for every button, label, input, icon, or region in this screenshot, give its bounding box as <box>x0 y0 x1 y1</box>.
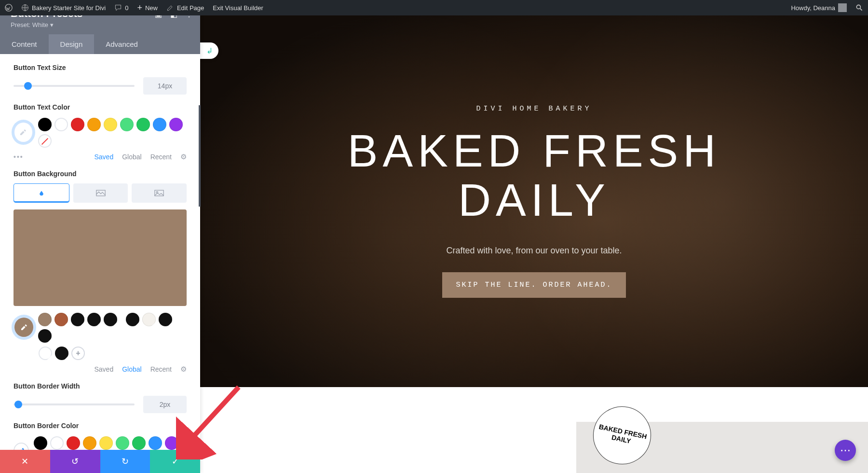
hero-section: DIVI HOME BAKERY BAKED FRESH DAILY Craft… <box>200 15 868 387</box>
slider-thumb[interactable] <box>14 401 22 408</box>
text-color-swatches <box>38 118 187 148</box>
color-swatch[interactable] <box>116 436 129 450</box>
palette-recent[interactable]: Recent <box>150 153 172 161</box>
svg-point-2 <box>856 5 860 9</box>
color-swatch[interactable] <box>71 313 84 326</box>
svg-rect-4 <box>155 190 163 196</box>
tab-advanced[interactable]: Advanced <box>94 34 149 54</box>
eyedropper-button[interactable] <box>14 122 33 143</box>
color-swatch[interactable]: + <box>71 347 85 360</box>
gear-icon[interactable]: ⚙ <box>180 365 187 374</box>
wp-admin-bar: Bakery Starter Site for Divi 0 +New Edit… <box>0 0 868 15</box>
new-menu[interactable]: +New <box>137 3 158 12</box>
color-swatch[interactable] <box>104 313 117 326</box>
sidebar-footer: ✕ ↺ ↻ ✓ <box>0 450 200 473</box>
color-swatch[interactable] <box>39 347 52 360</box>
slider-thumb[interactable] <box>24 82 32 90</box>
color-swatch[interactable] <box>55 347 68 360</box>
scroll-indicator <box>199 105 201 207</box>
tab-design[interactable]: Design <box>49 34 95 54</box>
label-text-size: Button Text Size <box>14 64 187 71</box>
bg-tab-gradient[interactable] <box>73 183 128 203</box>
builder-fab[interactable]: ⋯ <box>835 440 856 461</box>
exit-visual-builder[interactable]: Exit Visual Builder <box>213 4 263 12</box>
color-swatch[interactable] <box>120 118 134 131</box>
color-swatch[interactable] <box>67 436 80 450</box>
site-name[interactable]: Bakery Starter Site for Divi <box>21 4 106 12</box>
color-swatch[interactable] <box>149 436 162 450</box>
color-swatch[interactable] <box>132 436 146 450</box>
avatar <box>838 3 847 12</box>
hero-title: BAKED FRESH DAILY <box>348 126 720 224</box>
bg-tab-image[interactable] <box>132 183 187 203</box>
eyedropper-border[interactable] <box>14 443 29 450</box>
text-size-slider[interactable] <box>14 85 135 87</box>
color-swatch[interactable] <box>71 118 84 131</box>
color-swatch[interactable] <box>136 118 150 131</box>
color-swatch[interactable] <box>38 134 52 148</box>
tab-content[interactable]: Content <box>0 34 49 54</box>
bg-global-swatches-2: + <box>39 347 187 360</box>
color-swatch[interactable] <box>54 118 68 131</box>
bg-global-swatches <box>38 313 187 343</box>
sidebar-body: Button Text Size 14px Button Text Color … <box>0 54 200 450</box>
color-swatch[interactable] <box>50 436 64 450</box>
color-swatch[interactable] <box>169 118 183 131</box>
hero-subtitle: Crafted with love, from our oven to your… <box>446 246 622 256</box>
color-swatch[interactable] <box>126 313 139 326</box>
label-border-color: Button Border Color <box>14 422 187 430</box>
bg-palette-global[interactable]: Global <box>122 365 141 373</box>
page-preview: DIVI HOME BAKERY BAKED FRESH DAILY Craft… <box>200 15 868 473</box>
background-preview[interactable] <box>14 209 187 306</box>
palette-global[interactable]: Global <box>122 153 141 161</box>
color-swatch[interactable] <box>104 118 117 131</box>
bg-palette-saved[interactable]: Saved <box>94 365 113 373</box>
bg-tab-color[interactable] <box>14 183 69 203</box>
label-border-width: Button Border Width <box>14 382 187 390</box>
color-swatch[interactable] <box>153 118 166 131</box>
color-swatch[interactable] <box>83 436 96 450</box>
chevron-down-icon: ▾ <box>50 21 54 28</box>
expand-handle[interactable]: ↲ <box>200 42 218 59</box>
label-text-color: Button Text Color <box>14 103 187 111</box>
hero-eyebrow: DIVI HOME BAKERY <box>476 105 592 113</box>
color-swatch[interactable] <box>38 329 52 343</box>
save-button[interactable]: ✓ <box>150 450 200 473</box>
color-swatch[interactable] <box>87 118 101 131</box>
preset-dropdown[interactable]: Preset: White▾ <box>11 21 190 28</box>
color-swatch[interactable] <box>38 118 52 131</box>
palette-saved[interactable]: Saved <box>94 153 113 161</box>
comments-count[interactable]: 0 <box>114 4 128 12</box>
color-swatch[interactable] <box>142 313 156 326</box>
gear-icon[interactable]: ⚙ <box>180 153 187 161</box>
more-colors-icon[interactable]: ••• <box>14 153 24 161</box>
color-swatch[interactable] <box>38 313 52 326</box>
wp-logo[interactable] <box>5 4 13 12</box>
color-swatch[interactable] <box>87 313 101 326</box>
howdy-user[interactable]: Howdy, Deanna <box>791 3 847 12</box>
settings-sidebar: Button Presets Preset: White▾ ▣ ◧ ⋮ Cont… <box>0 0 200 473</box>
hero-cta-button[interactable]: SKIP THE LINE. ORDER AHEAD. <box>442 272 625 298</box>
color-swatch[interactable] <box>99 436 113 450</box>
text-size-value[interactable]: 14px <box>143 77 187 95</box>
color-swatch[interactable] <box>34 436 47 450</box>
color-swatch[interactable] <box>165 436 178 450</box>
color-swatch[interactable] <box>159 313 172 326</box>
content-section: BAKED FRESH DAILY <box>200 387 868 473</box>
eyedropper-bg[interactable] <box>14 317 34 338</box>
border-width-value[interactable]: 2px <box>143 396 187 413</box>
search-icon[interactable] <box>855 4 863 12</box>
bg-palette-recent[interactable]: Recent <box>150 365 172 373</box>
sidebar-tabs: Content Design Advanced <box>0 34 200 54</box>
redo-button[interactable]: ↻ <box>100 450 150 473</box>
border-width-slider[interactable] <box>14 403 135 405</box>
undo-button[interactable]: ↺ <box>50 450 100 473</box>
label-background: Button Background <box>14 170 187 178</box>
color-swatch[interactable] <box>54 313 68 326</box>
edit-page[interactable]: Edit Page <box>166 4 204 12</box>
cancel-button[interactable]: ✕ <box>0 450 50 473</box>
border-color-swatches <box>34 436 187 450</box>
